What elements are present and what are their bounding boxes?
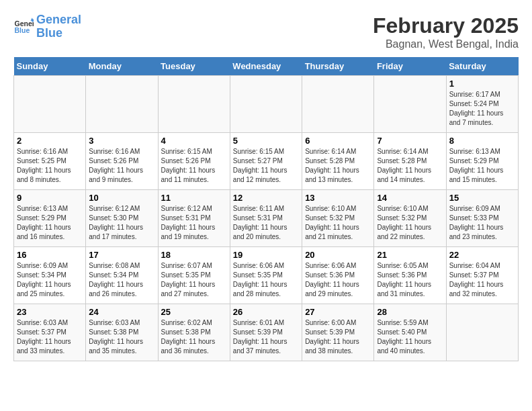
- day-number: 6: [305, 136, 371, 146]
- day-info: Sunrise: 6:07 AM Sunset: 5:35 PM Dayligh…: [161, 261, 227, 299]
- day-info: Sunrise: 6:01 AM Sunset: 5:39 PM Dayligh…: [233, 318, 299, 356]
- day-info: Sunrise: 6:10 AM Sunset: 5:32 PM Dayligh…: [377, 204, 443, 242]
- calendar-cell: 25Sunrise: 6:02 AM Sunset: 5:38 PM Dayli…: [158, 304, 230, 361]
- day-info: Sunrise: 6:17 AM Sunset: 5:24 PM Dayligh…: [449, 90, 515, 128]
- calendar-cell: 17Sunrise: 6:08 AM Sunset: 5:34 PM Dayli…: [86, 247, 158, 304]
- day-info: Sunrise: 6:13 AM Sunset: 5:29 PM Dayligh…: [449, 147, 515, 185]
- calendar-cell: [86, 76, 158, 133]
- day-info: Sunrise: 6:06 AM Sunset: 5:35 PM Dayligh…: [233, 261, 299, 299]
- calendar-cell: 12Sunrise: 6:11 AM Sunset: 5:31 PM Dayli…: [230, 190, 302, 247]
- calendar-cell: 3Sunrise: 6:16 AM Sunset: 5:26 PM Daylig…: [86, 133, 158, 190]
- day-number: 10: [89, 193, 154, 203]
- day-info: Sunrise: 6:10 AM Sunset: 5:32 PM Dayligh…: [305, 204, 371, 242]
- weekday-header-row: SundayMondayTuesdayWednesdayThursdayFrid…: [14, 57, 519, 76]
- day-info: Sunrise: 6:08 AM Sunset: 5:34 PM Dayligh…: [89, 261, 154, 299]
- weekday-header-tuesday: Tuesday: [158, 57, 230, 76]
- day-info: Sunrise: 6:03 AM Sunset: 5:38 PM Dayligh…: [89, 318, 154, 356]
- location-title: Bagnan, West Bengal, India: [373, 38, 519, 50]
- calendar-cell: 2Sunrise: 6:16 AM Sunset: 5:25 PM Daylig…: [14, 133, 86, 190]
- calendar-cell: 15Sunrise: 6:09 AM Sunset: 5:33 PM Dayli…: [446, 190, 518, 247]
- day-number: 20: [305, 250, 371, 260]
- day-number: 25: [161, 307, 227, 317]
- calendar-week-4: 16Sunrise: 6:09 AM Sunset: 5:34 PM Dayli…: [14, 247, 519, 304]
- day-number: 7: [377, 136, 443, 146]
- day-number: 24: [89, 307, 154, 317]
- day-number: 8: [449, 136, 515, 146]
- day-info: Sunrise: 6:03 AM Sunset: 5:37 PM Dayligh…: [17, 318, 83, 356]
- day-info: Sunrise: 6:04 AM Sunset: 5:37 PM Dayligh…: [449, 261, 515, 299]
- calendar-cell: 5Sunrise: 6:15 AM Sunset: 5:27 PM Daylig…: [230, 133, 302, 190]
- calendar-cell: 19Sunrise: 6:06 AM Sunset: 5:35 PM Dayli…: [230, 247, 302, 304]
- calendar-cell: 26Sunrise: 6:01 AM Sunset: 5:39 PM Dayli…: [230, 304, 302, 361]
- calendar-cell: 24Sunrise: 6:03 AM Sunset: 5:38 PM Dayli…: [86, 304, 158, 361]
- calendar-cell: 21Sunrise: 6:05 AM Sunset: 5:36 PM Dayli…: [374, 247, 446, 304]
- day-number: 19: [233, 250, 299, 260]
- day-info: Sunrise: 6:16 AM Sunset: 5:25 PM Dayligh…: [17, 147, 83, 185]
- weekday-header-saturday: Saturday: [446, 57, 518, 76]
- month-title: February 2025: [373, 13, 519, 38]
- calendar-cell: [158, 76, 230, 133]
- calendar-cell: 11Sunrise: 6:12 AM Sunset: 5:31 PM Dayli…: [158, 190, 230, 247]
- day-number: 21: [377, 250, 443, 260]
- day-number: 14: [377, 193, 443, 203]
- day-number: 23: [17, 307, 83, 317]
- calendar-week-1: 1Sunrise: 6:17 AM Sunset: 5:24 PM Daylig…: [14, 76, 519, 133]
- day-number: 28: [377, 307, 443, 317]
- weekday-header-sunday: Sunday: [14, 57, 86, 76]
- weekday-header-monday: Monday: [86, 57, 158, 76]
- day-info: Sunrise: 6:09 AM Sunset: 5:33 PM Dayligh…: [449, 204, 515, 242]
- day-number: 15: [449, 193, 515, 203]
- day-info: Sunrise: 6:00 AM Sunset: 5:39 PM Dayligh…: [305, 318, 371, 356]
- day-number: 2: [17, 136, 83, 146]
- day-info: Sunrise: 5:59 AM Sunset: 5:40 PM Dayligh…: [377, 318, 443, 356]
- day-info: Sunrise: 6:06 AM Sunset: 5:36 PM Dayligh…: [305, 261, 371, 299]
- calendar-cell: 1Sunrise: 6:17 AM Sunset: 5:24 PM Daylig…: [446, 76, 518, 133]
- calendar-cell: 20Sunrise: 6:06 AM Sunset: 5:36 PM Dayli…: [302, 247, 374, 304]
- day-info: Sunrise: 6:16 AM Sunset: 5:26 PM Dayligh…: [89, 147, 154, 185]
- logo-text: General Blue: [36, 13, 81, 40]
- calendar-cell: [374, 76, 446, 133]
- calendar-cell: 8Sunrise: 6:13 AM Sunset: 5:29 PM Daylig…: [446, 133, 518, 190]
- title-block: February 2025 Bagnan, West Bengal, India: [373, 13, 519, 50]
- day-number: 11: [161, 193, 227, 203]
- day-number: 5: [233, 136, 299, 146]
- calendar-week-2: 2Sunrise: 6:16 AM Sunset: 5:25 PM Daylig…: [14, 133, 519, 190]
- day-info: Sunrise: 6:14 AM Sunset: 5:28 PM Dayligh…: [305, 147, 371, 185]
- calendar-cell: 28Sunrise: 5:59 AM Sunset: 5:40 PM Dayli…: [374, 304, 446, 361]
- calendar-cell: 14Sunrise: 6:10 AM Sunset: 5:32 PM Dayli…: [374, 190, 446, 247]
- day-number: 16: [17, 250, 83, 260]
- calendar-cell: 27Sunrise: 6:00 AM Sunset: 5:39 PM Dayli…: [302, 304, 374, 361]
- calendar-body: 1Sunrise: 6:17 AM Sunset: 5:24 PM Daylig…: [14, 76, 519, 361]
- day-info: Sunrise: 6:05 AM Sunset: 5:36 PM Dayligh…: [377, 261, 443, 299]
- day-number: 12: [233, 193, 299, 203]
- day-number: 26: [233, 307, 299, 317]
- calendar-cell: 10Sunrise: 6:12 AM Sunset: 5:30 PM Dayli…: [86, 190, 158, 247]
- day-number: 13: [305, 193, 371, 203]
- logo-general: General: [36, 13, 81, 26]
- day-info: Sunrise: 6:13 AM Sunset: 5:29 PM Dayligh…: [17, 204, 83, 242]
- calendar-cell: 7Sunrise: 6:14 AM Sunset: 5:28 PM Daylig…: [374, 133, 446, 190]
- calendar-cell: 18Sunrise: 6:07 AM Sunset: 5:35 PM Dayli…: [158, 247, 230, 304]
- calendar-header: SundayMondayTuesdayWednesdayThursdayFrid…: [14, 57, 519, 76]
- day-number: 17: [89, 250, 154, 260]
- calendar-cell: [14, 76, 86, 133]
- calendar-cell: [302, 76, 374, 133]
- day-number: 1: [449, 79, 515, 89]
- weekday-header-thursday: Thursday: [302, 57, 374, 76]
- day-info: Sunrise: 6:15 AM Sunset: 5:26 PM Dayligh…: [161, 147, 227, 185]
- calendar-week-5: 23Sunrise: 6:03 AM Sunset: 5:37 PM Dayli…: [14, 304, 519, 361]
- day-number: 22: [449, 250, 515, 260]
- day-info: Sunrise: 6:12 AM Sunset: 5:31 PM Dayligh…: [161, 204, 227, 242]
- day-number: 9: [17, 193, 83, 203]
- calendar-cell: [446, 304, 518, 361]
- day-number: 27: [305, 307, 371, 317]
- calendar-cell: 22Sunrise: 6:04 AM Sunset: 5:37 PM Dayli…: [446, 247, 518, 304]
- logo-icon: General Blue: [13, 17, 34, 37]
- calendar-cell: 9Sunrise: 6:13 AM Sunset: 5:29 PM Daylig…: [14, 190, 86, 247]
- weekday-header-wednesday: Wednesday: [230, 57, 302, 76]
- logo: General Blue General Blue: [13, 13, 81, 40]
- day-number: 18: [161, 250, 227, 260]
- day-info: Sunrise: 6:09 AM Sunset: 5:34 PM Dayligh…: [17, 261, 83, 299]
- svg-text:Blue: Blue: [15, 26, 30, 34]
- weekday-header-friday: Friday: [374, 57, 446, 76]
